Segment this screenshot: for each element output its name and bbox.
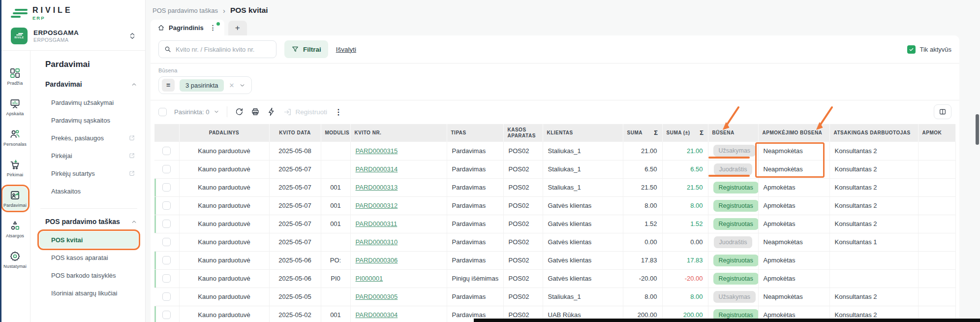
sidebar-item-pardavim-u-sakymai[interactable]: Pardavimų užsakymai [39, 94, 138, 111]
receipt-link[interactable]: PARD0000312 [356, 202, 398, 209]
rail-item-prad-ia[interactable]: Pradžia [3, 64, 28, 88]
company-selector[interactable]: RIVILE ERPOSGAMA ERPOSGAMA [0, 24, 145, 51]
rail-item-personalas[interactable]: Personalas [3, 126, 28, 149]
rail-item-atsargos[interactable]: Atsargos [3, 217, 28, 241]
receipt-link[interactable]: PARD0000305 [356, 293, 398, 300]
sidebar-section-header-pardavimai[interactable]: Pardavimai [31, 76, 145, 92]
receipt-link[interactable]: PI000001 [356, 275, 383, 282]
filter-row: Filtrai Išvalyti Tik aktyvūs [151, 35, 959, 64]
rail-item-pirkimai[interactable]: Pirkimai [3, 156, 28, 180]
receipt-link[interactable]: PARD0000304 [356, 311, 398, 319]
print-button[interactable] [251, 107, 260, 116]
row-checkbox[interactable] [162, 165, 171, 173]
chip-close-icon[interactable]: ✕ [229, 82, 234, 89]
column-settings-button[interactable] [934, 104, 951, 119]
column-header-kvito-data: KVITO DATA [269, 124, 321, 142]
breadcrumb: POS pardavimo taškas › POS kvitai [151, 4, 959, 15]
table-header-row: PADALINYSKVITO DATAMODULISKVITO NR.TIPAS… [154, 124, 955, 142]
quick-action-bolt-button[interactable] [267, 107, 276, 116]
cell-modulis [321, 288, 350, 306]
receipt-link[interactable]: PARD0000315 [356, 147, 398, 155]
cell-kvito-data: 2025-05-02 [269, 306, 321, 322]
sidebar-section-header-pos-pardavimo-ta-kas[interactable]: POS pardavimo taškas [31, 214, 145, 229]
cell-atsakingas-darbuotojas: Konsultantas 2 [829, 215, 918, 233]
sidebar-item-pardavim-s-skaitos[interactable]: Pardavimų sąskaitos [39, 112, 138, 129]
search-icon [164, 45, 172, 53]
clear-filters-link[interactable]: Išvalyti [336, 46, 356, 53]
row-checkbox[interactable] [162, 238, 171, 246]
checkbox-checked-icon[interactable] [907, 45, 916, 54]
cell-suma-pm: 6.50 [662, 160, 708, 178]
breadcrumb-separator-icon: › [223, 6, 225, 15]
register-button-disabled[interactable]: Registruoti [283, 108, 328, 116]
status-badge: Juodraštis [714, 236, 753, 248]
cell-padalinys: Kauno parduotuvė [179, 196, 269, 215]
cell-kvito-data: 2025-05-06 [269, 269, 321, 288]
status-badge: Registruotas [713, 255, 759, 266]
sidebar-item-pos-kvitai[interactable]: POS kvitai [39, 231, 138, 248]
rail-item-nustatymai[interactable]: Nustatymai [3, 248, 28, 271]
sidebar-item-label: Pirkėjai [51, 152, 72, 160]
sidebar-item-i-oriniai-atsarg-liku-iai[interactable]: Išoriniai atsargų likučiai [39, 285, 138, 301]
receipt-link[interactable]: PARD0000311 [356, 220, 398, 227]
sidebar-item-ataskaitos[interactable]: Ataskaitos [39, 183, 138, 199]
filters-button[interactable]: Filtrai [284, 40, 328, 58]
search-input[interactable] [176, 46, 271, 53]
sidebar-item-pos-barkodo-taisykl-s[interactable]: POS barkodo taisyklės [39, 267, 138, 284]
more-actions-kebab-icon[interactable]: ⋮ [335, 107, 342, 117]
cell-klientas: Gatvės klientas [543, 269, 623, 288]
selected-count-dropdown[interactable]: Pasirinkta: 0 [174, 108, 219, 116]
row-checkbox[interactable] [162, 292, 171, 301]
cell-apmokejimo-busena: Neapmokėtas [758, 142, 829, 160]
sidebar-item-pos-kasos-aparatai[interactable]: POS kasos aparatai [39, 249, 138, 266]
rail-item-label: Personalas [3, 142, 27, 147]
row-checkbox[interactable] [162, 183, 171, 192]
row-checkbox[interactable] [162, 274, 171, 283]
column-header-padalinys: PADALINYS [179, 124, 269, 142]
cell-tipas: Pinigų išėmimas [447, 269, 503, 288]
tab-menu-kebab-icon[interactable]: ⋮ [208, 23, 218, 32]
column-header-apmok-jimo-b-sena: APMOKĖJIMO BŪSENA [758, 124, 829, 142]
cell-suma-pm: 8.00 [662, 288, 708, 306]
row-checkbox[interactable] [162, 147, 171, 155]
active-only-toggle[interactable]: Tik aktyvūs [907, 45, 951, 54]
table-row-pard0000315: Kauno parduotuvė2025-05-08PARD0000315Par… [154, 142, 955, 160]
sum-sigma-icon[interactable]: Σ [700, 129, 704, 137]
cell-suma: 17.83 [623, 251, 662, 269]
row-checkbox[interactable] [162, 311, 171, 319]
sidebar-item-label: Prekės, paslaugos [51, 134, 104, 142]
operator-equals-button[interactable]: = [162, 79, 175, 92]
receipt-link[interactable]: PARD0000313 [356, 184, 398, 191]
window-edge [0, 0, 1, 322]
row-checkbox[interactable] [162, 220, 171, 228]
selected-count-pill[interactable]: 3 pasirinkta [180, 79, 224, 92]
sidebar-item-pirk-jai[interactable]: Pirkėjai [39, 147, 138, 164]
cell-suma: 0.00 [623, 233, 662, 251]
refresh-button[interactable] [235, 107, 244, 116]
row-checkbox[interactable] [162, 256, 171, 264]
cell-suma: 6.50 [623, 160, 662, 178]
rail-item-pardavimai[interactable]: Pardavimai [3, 187, 28, 210]
rail-item-apskaita[interactable]: Apskaita [3, 95, 28, 119]
horizontal-scrollbar[interactable] [474, 319, 980, 322]
sidebar-item-prek-s-paslaugos[interactable]: Prekės, paslaugos [39, 129, 138, 146]
tab-pagrindinis[interactable]: Pagrindinis ⋮ [151, 20, 224, 35]
cell-suma-pm: 8.00 [662, 196, 708, 215]
sidebar-title: Pardavimai [31, 58, 145, 76]
receipt-link[interactable]: PARD0000306 [356, 257, 398, 264]
app-root: RIVILE ERP RIVILE ERPOSGAMA ERPOSGAMA Pr… [0, 0, 980, 322]
receipt-link[interactable]: PARD0000314 [356, 165, 398, 173]
receipt-link[interactable]: PARD0000310 [356, 238, 398, 246]
sidebar-item-pirk-j-sutartys[interactable]: Pirkėjų sutartys [39, 165, 138, 182]
chevron-updown-icon[interactable] [129, 32, 135, 40]
add-tab-button[interactable]: + [228, 21, 247, 35]
section-label: POS pardavimo taškas [45, 218, 120, 225]
chip-chevron-down-icon[interactable] [239, 82, 245, 89]
row-checkbox[interactable] [162, 201, 171, 210]
vertical-scrollbar-thumb[interactable] [976, 114, 979, 145]
select-all-checkbox[interactable] [158, 108, 167, 116]
sum-sigma-icon[interactable]: Σ [654, 129, 658, 137]
search-box [158, 40, 276, 58]
shapes-icon [9, 220, 21, 231]
breadcrumb-parent[interactable]: POS pardavimo taškas [153, 7, 218, 14]
